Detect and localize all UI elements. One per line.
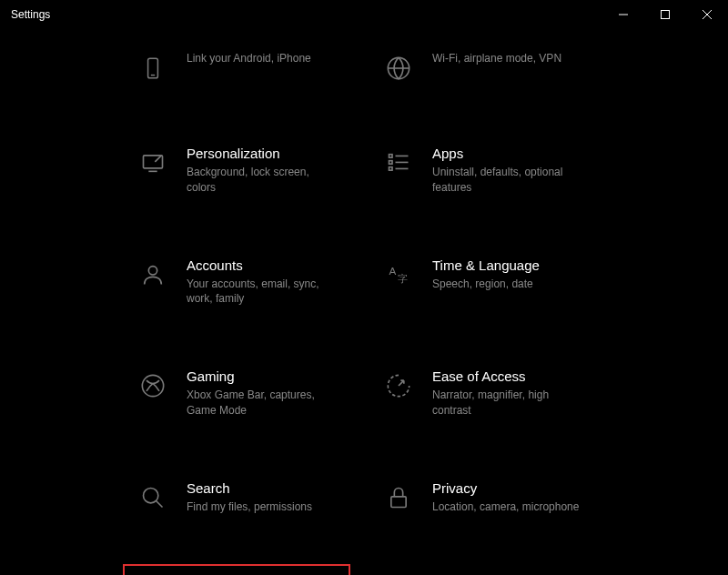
svg-rect-9 — [389, 155, 393, 158]
settings-content: Link your Android, iPhone Wi-Fi, airplan… — [0, 29, 728, 575]
category-title: Privacy — [432, 480, 579, 496]
category-gaming[interactable]: Gaming Xbox Game Bar, captures, Game Mod… — [123, 356, 350, 431]
category-desc: Your accounts, email, sync, work, family — [187, 277, 336, 308]
category-desc: Xbox Game Bar, captures, Game Mode — [187, 388, 336, 419]
close-button[interactable] — [686, 0, 728, 29]
svg-rect-10 — [389, 161, 393, 165]
category-ease-of-access[interactable]: Ease of Access Narrator, magnifier, high… — [369, 356, 596, 431]
category-desc: Location, camera, microphone — [432, 499, 579, 515]
search-icon — [137, 482, 168, 513]
paintbrush-icon — [137, 147, 168, 178]
minimize-button[interactable] — [602, 0, 644, 29]
window-title: Settings — [11, 8, 50, 21]
svg-point-18 — [142, 376, 163, 397]
window-controls — [602, 0, 728, 29]
category-title: Personalization — [187, 146, 336, 161]
category-desc: Uninstall, defaults, optional features — [432, 165, 581, 196]
svg-rect-21 — [391, 497, 406, 508]
phone-icon — [137, 53, 168, 84]
category-accounts[interactable]: Accounts Your accounts, email, sync, wor… — [123, 245, 350, 320]
category-personalization[interactable]: Personalization Background, lock screen,… — [123, 133, 350, 208]
category-title: Gaming — [187, 368, 336, 384]
category-network[interactable]: Wi-Fi, airplane mode, VPN — [369, 38, 596, 96]
svg-text:A: A — [389, 265, 397, 277]
person-icon — [137, 259, 168, 290]
lock-icon — [383, 482, 414, 513]
category-apps[interactable]: Apps Uninstall, defaults, optional featu… — [369, 133, 596, 208]
category-grid: Link your Android, iPhone Wi-Fi, airplan… — [123, 38, 728, 575]
category-desc: Link your Android, iPhone — [187, 51, 311, 66]
category-title: Ease of Access — [432, 368, 581, 384]
category-desc: Speech, region, date — [432, 277, 540, 292]
globe-icon — [383, 53, 414, 84]
xbox-icon — [137, 370, 168, 401]
svg-line-20 — [157, 500, 163, 507]
titlebar: Settings — [0, 0, 728, 29]
svg-point-15 — [148, 266, 157, 274]
svg-text:字: 字 — [398, 273, 408, 284]
category-title: Search — [187, 480, 312, 496]
svg-rect-11 — [389, 167, 393, 171]
category-desc: Wi-Fi, airplane mode, VPN — [432, 51, 561, 66]
category-update-security[interactable]: Update & Security Windows Update, recove… — [123, 564, 350, 575]
category-phone[interactable]: Link your Android, iPhone — [123, 38, 350, 96]
time-language-icon: A字 — [383, 259, 414, 290]
category-title: Accounts — [187, 257, 336, 273]
ease-of-access-icon — [383, 370, 414, 401]
category-desc: Narrator, magnifier, high contrast — [432, 388, 581, 419]
svg-rect-1 — [662, 11, 670, 19]
svg-point-19 — [144, 488, 158, 502]
category-time-language[interactable]: A字 Time & Language Speech, region, date — [369, 245, 596, 320]
category-privacy[interactable]: Privacy Location, camera, microphone — [369, 468, 596, 528]
category-desc: Find my files, permissions — [187, 499, 312, 515]
maximize-button[interactable] — [644, 0, 686, 29]
category-title: Time & Language — [432, 257, 540, 273]
category-search[interactable]: Search Find my files, permissions — [123, 468, 350, 528]
category-title: Apps — [432, 146, 581, 161]
category-desc: Background, lock screen, colors — [187, 165, 336, 196]
apps-list-icon — [383, 147, 414, 178]
